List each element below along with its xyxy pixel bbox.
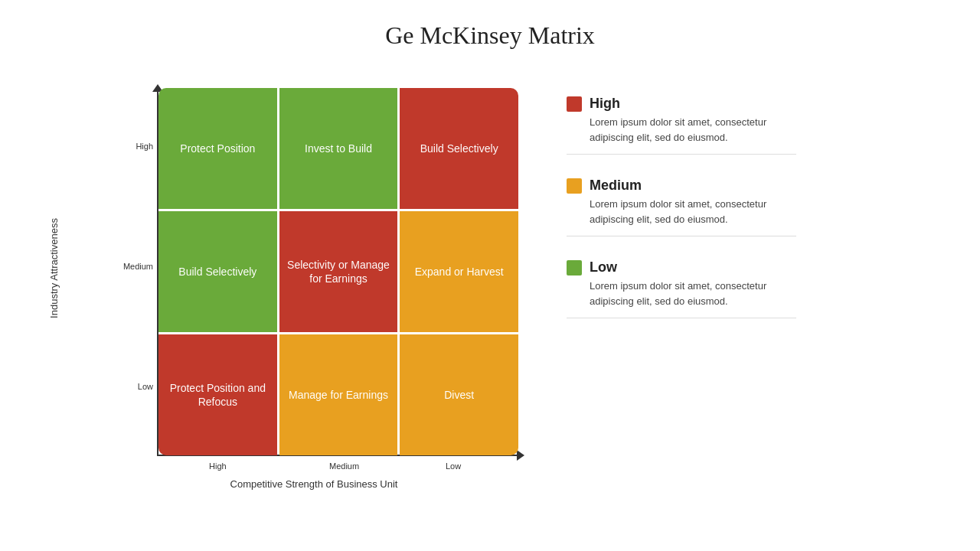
legend-divider-high — [567, 154, 796, 155]
x-tick-high: High — [209, 461, 227, 471]
y-axis-label: Industry Attractiveness — [46, 103, 61, 432]
legend-item-low: Low Lorem ipsum dolor sit amet, consecte… — [567, 259, 796, 318]
page-title: Ge McKinsey Matrix — [0, 0, 980, 57]
legend-desc-high: Lorem ipsum dolor sit amet, consectetur … — [590, 115, 796, 145]
legend-divider-low — [567, 318, 796, 318]
legend-square-low — [567, 260, 582, 276]
legend-desc-medium: Lorem ipsum dolor sit amet, consectetur … — [590, 197, 796, 227]
y-tick-medium: Medium — [119, 262, 153, 271]
cell-protect-position: Protect Position — [158, 88, 277, 209]
legend-item-high: High Lorem ipsum dolor sit amet, consect… — [567, 96, 796, 155]
cell-invest-to-build: Invest to Build — [279, 88, 398, 209]
cell-divest: Divest — [400, 334, 518, 455]
y-tick-high: High — [119, 142, 153, 151]
y-tick-low: Low — [119, 382, 153, 391]
legend-title-high: High — [590, 96, 620, 112]
legend-header-low: Low — [567, 259, 796, 276]
x-tick-medium: Medium — [329, 461, 359, 471]
legend-square-high — [567, 96, 582, 112]
cell-build-selectively-mid: Build Selectively — [158, 211, 277, 332]
legend-desc-low: Lorem ipsum dolor sit amet, consectetur … — [590, 279, 796, 308]
cell-manage-earnings: Manage for Earnings — [279, 334, 398, 455]
axes-container: High Medium Low High Medium Low Protect … — [69, 80, 505, 494]
cell-protect-refocus: Protect Position and Refocus — [158, 334, 277, 455]
main-content: Industry Attractiveness Competitive Stre… — [0, 57, 980, 494]
legend-title-low: Low — [590, 259, 617, 276]
cell-expand-harvest: Expand or Harvest — [400, 211, 518, 332]
chart-area: Industry Attractiveness Competitive Stre… — [46, 65, 521, 494]
legend-header-high: High — [567, 96, 796, 112]
legend-header-medium: Medium — [567, 178, 796, 194]
legend-title-medium: Medium — [590, 178, 642, 194]
legend-divider-medium — [567, 236, 796, 236]
cell-selectivity-manage: Selectivity or Manage for Earnings — [279, 211, 398, 332]
x-tick-low: Low — [446, 461, 461, 471]
cell-build-selectively-top: Build Selectively — [400, 88, 518, 209]
matrix-grid: Protect Position Invest to Build Build S… — [158, 88, 518, 455]
legend-square-medium — [567, 178, 582, 194]
legend-area: High Lorem ipsum dolor sit amet, consect… — [567, 96, 796, 318]
legend-item-medium: Medium Lorem ipsum dolor sit amet, conse… — [567, 178, 796, 236]
